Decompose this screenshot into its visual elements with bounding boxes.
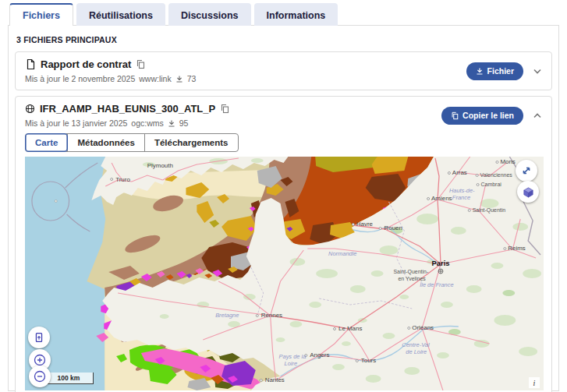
- map-label: Angers: [310, 351, 329, 358]
- map-label: Le Mans: [338, 325, 362, 332]
- subtab-telechargements[interactable]: Téléchargements: [144, 134, 238, 151]
- format-text: ogc:wms: [131, 118, 163, 128]
- map-label: Mons: [500, 158, 515, 165]
- map-label: Valenciennes: [480, 172, 513, 178]
- map-label: Saint-Quentin: [473, 207, 506, 214]
- copy-title-icon[interactable]: [220, 104, 229, 114]
- map-label: Centre-Val: [402, 341, 430, 348]
- map-label: Arras: [452, 169, 467, 176]
- updated-text: Mis à jour le 2 novembre 2025: [25, 74, 135, 83]
- legend-button[interactable]: [28, 327, 50, 348]
- map-label: Plymouth: [147, 162, 173, 169]
- scilly-island: [55, 200, 57, 203]
- map-label: Orléans: [412, 324, 434, 331]
- map-label: Cambrai: [481, 182, 502, 187]
- layers-button[interactable]: [517, 181, 539, 203]
- map-label: Truro: [115, 176, 130, 183]
- map-label: en Yvelines: [398, 276, 426, 281]
- map-label: Loire: [285, 360, 298, 367]
- file-card-wms: IFR_AAMP_HAB_EUNIS_300_ATL_P Mis à jour …: [15, 96, 552, 392]
- map-label: Pays de la: [279, 353, 307, 360]
- map-label: Reims: [508, 245, 526, 252]
- map-label: Île de France: [420, 281, 453, 288]
- map-label: Normandie: [328, 250, 356, 257]
- chevron-down-icon[interactable]: [533, 68, 542, 75]
- file-title: IFR_AAMP_HAB_EUNIS_300_ATL_P: [40, 103, 215, 115]
- map-label: Rouen: [384, 224, 402, 231]
- map-attribution-button[interactable]: i: [529, 377, 540, 388]
- zoom-out-button[interactable]: [29, 366, 51, 387]
- map-label: Bretagne: [215, 312, 239, 319]
- copy-link-button[interactable]: Copier le lien: [441, 107, 523, 125]
- map-label: Paris: [431, 259, 449, 267]
- map-label: Nantes: [265, 376, 285, 383]
- download-count: 73: [187, 74, 197, 83]
- map-label: Saint-Quentin-: [393, 269, 428, 275]
- files-panel: 3 FICHIERS PRINCIPAUX Rapport de contrat: [8, 25, 559, 391]
- paris-marker: [438, 269, 443, 274]
- map-label: Rennes: [261, 312, 282, 319]
- file-icon: [25, 58, 36, 70]
- section-heading: 3 FICHIERS PRINCIPAUX: [16, 35, 552, 44]
- tab-fichiers[interactable]: Fichiers: [9, 3, 73, 26]
- tab-bar: Fichiers Réutilisations Discussions Info…: [9, 3, 567, 26]
- habitat-map[interactable]: Plymouth Truro Havre Rouen Normandie Ami…: [25, 157, 544, 390]
- map-label: Hauts-de-: [449, 187, 475, 194]
- download-count: 95: [179, 118, 189, 128]
- download-count-icon: [175, 75, 183, 83]
- file-title: Rapport de contrat: [41, 58, 131, 70]
- tab-reutilisations[interactable]: Réutilisations: [76, 3, 165, 26]
- map-container: Plymouth Truro Havre Rouen Normandie Ami…: [25, 157, 544, 390]
- dataset-files-page: Fichiers Réutilisations Discussions Info…: [0, 3, 567, 391]
- file-card-rapport: Rapport de contrat Mis à jour le 2 novem…: [15, 51, 552, 90]
- subtab-metadonnees[interactable]: Métadonnées: [67, 134, 144, 151]
- map-label: France: [452, 194, 470, 201]
- map-label: Amiens: [431, 195, 452, 202]
- tab-discussions[interactable]: Discussions: [168, 3, 251, 26]
- subtab-carte[interactable]: Carte: [25, 133, 68, 152]
- updated-text: Mis à jour le 13 janvier 2025: [25, 118, 127, 128]
- chevron-up-icon[interactable]: [533, 112, 542, 119]
- map-label: de Loire: [406, 348, 427, 355]
- download-file-button[interactable]: Fichier: [466, 62, 523, 80]
- map-label: Havre: [356, 221, 374, 228]
- map-scale: 100 km: [44, 373, 94, 384]
- web-service-icon: [25, 104, 35, 114]
- copy-title-icon[interactable]: [136, 59, 145, 69]
- map-label: Tours: [361, 357, 376, 364]
- format-text: www:link: [139, 74, 171, 83]
- download-count-icon: [168, 119, 175, 128]
- tab-informations[interactable]: Informations: [254, 3, 338, 26]
- resource-subtabs: Carte Métadonnées Téléchargements: [25, 133, 239, 152]
- fullscreen-button[interactable]: [516, 160, 537, 182]
